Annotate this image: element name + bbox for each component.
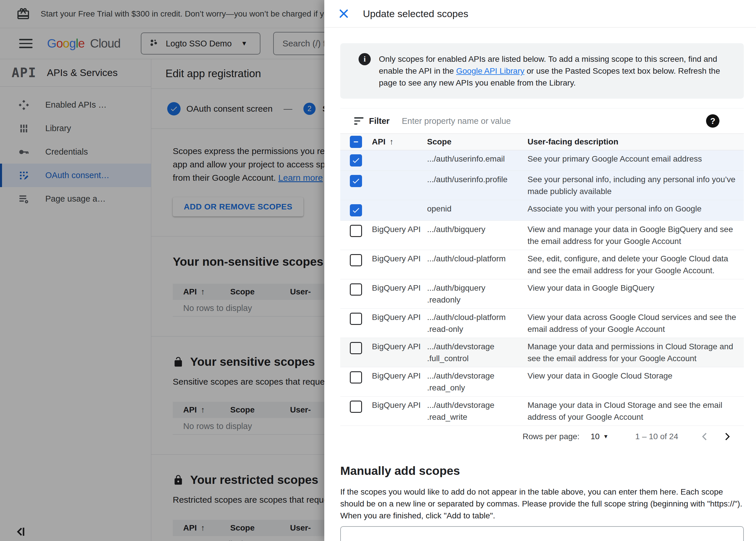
next-page-icon[interactable] <box>721 430 733 443</box>
scope-description-cell: Manage your data in Cloud Storage and se… <box>528 399 744 423</box>
rows-per-page-label: Rows per page: <box>523 432 579 441</box>
scope-cell: .../auth/userinfo.profile <box>427 174 528 185</box>
rows-per-page-caret-icon: ▼ <box>603 433 609 440</box>
select-all-checkbox[interactable] <box>350 136 362 148</box>
manually-add-scopes-title: Manually add scopes <box>340 464 744 478</box>
scope-row-checkbox[interactable] <box>350 225 362 237</box>
scope-table-row: BigQuery API.../auth/devstorage .read_wr… <box>340 396 744 426</box>
scope-api-cell: BigQuery API <box>372 311 427 323</box>
info-text: Only scopes for enabled APIs are listed … <box>379 53 733 89</box>
scope-api-cell: BigQuery API <box>372 282 427 294</box>
scope-row-checkbox[interactable] <box>350 283 362 295</box>
rows-per-page-select[interactable]: 10 ▼ <box>591 432 609 441</box>
scope-row-checkbox[interactable] <box>350 175 362 187</box>
filter-label: Filter <box>369 116 390 126</box>
scope-cell: .../auth/devstorage .full_control <box>427 340 528 364</box>
scope-table-row: .../auth/userinfo.profileSee your person… <box>340 171 744 200</box>
scope-description-cell: See your personal info, including any pe… <box>528 174 744 197</box>
scope-cell: .../auth/cloud-platform <box>427 253 528 265</box>
scope-row-checkbox[interactable] <box>350 154 362 167</box>
filter-bar: Filter ? <box>340 108 744 134</box>
manually-add-scopes-description: If the scopes you would like to add do n… <box>340 486 744 522</box>
scope-row-checkbox[interactable] <box>350 371 362 383</box>
scope-table-row: BigQuery API.../auth/bigqueryView and ma… <box>340 221 744 250</box>
scope-cell: .../auth/bigquery .readonly <box>427 282 528 306</box>
col-scope[interactable]: Scope <box>427 137 528 147</box>
previous-page-icon[interactable] <box>699 430 711 443</box>
scope-table-row: BigQuery API.../auth/cloud-platformSee, … <box>340 250 744 279</box>
scope-description-cell: View your data in Google BigQuery <box>528 282 744 294</box>
filter-icon <box>354 117 364 125</box>
pagination-bar: Rows per page: 10 ▼ 1 – 10 of 24 <box>340 426 744 447</box>
help-icon[interactable]: ? <box>706 114 719 128</box>
page-range: 1 – 10 of 24 <box>635 432 678 441</box>
info-banner: i Only scopes for enabled APIs are liste… <box>340 43 744 99</box>
update-selected-scopes-panel: Update selected scopes i Only scopes for… <box>324 0 756 541</box>
scope-description-cell: See, edit, configure, and delete your Go… <box>528 253 744 276</box>
scope-description-cell: View your data across Google Cloud servi… <box>528 311 744 335</box>
scope-api-cell: BigQuery API <box>372 340 427 352</box>
scope-row-checkbox[interactable] <box>350 254 362 266</box>
scope-description-cell: Associate you with your personal info on… <box>528 203 744 215</box>
manual-scopes-textarea[interactable] <box>340 526 744 541</box>
manually-add-scopes-section: Manually add scopes If the scopes you wo… <box>340 464 744 541</box>
google-api-library-link[interactable]: Google API Library <box>456 66 524 75</box>
panel-title: Update selected scopes <box>363 8 468 19</box>
scope-table-row: openidAssociate you with your personal i… <box>340 200 744 221</box>
scope-table-row: BigQuery API.../auth/devstorage .full_co… <box>340 338 744 367</box>
scope-api-cell: BigQuery API <box>372 223 427 235</box>
scope-table-row: BigQuery API.../auth/bigquery .readonlyV… <box>340 279 744 309</box>
scope-row-checkbox[interactable] <box>350 204 362 217</box>
scope-cell: .../auth/userinfo.email <box>427 153 528 165</box>
scope-cell: .../auth/devstorage .read_only <box>427 370 528 394</box>
scope-description-cell: View your data in Google Cloud Storage <box>528 370 744 382</box>
scope-description-cell: See your primary Google Account email ad… <box>528 153 744 165</box>
panel-header: Update selected scopes <box>324 0 756 28</box>
scope-table-body: .../auth/userinfo.emailSee your primary … <box>340 150 744 426</box>
sort-arrow-icon: ↑ <box>390 137 394 147</box>
filter-input[interactable] <box>401 116 744 126</box>
scope-row-checkbox[interactable] <box>350 313 362 325</box>
scope-row-checkbox[interactable] <box>350 342 362 354</box>
close-icon[interactable] <box>337 7 350 20</box>
scope-row-checkbox[interactable] <box>350 401 362 413</box>
scope-table-row: BigQuery API.../auth/devstorage .read_on… <box>340 367 744 396</box>
col-user-facing-description[interactable]: User-facing description <box>528 137 744 147</box>
scope-description-cell: View and manage your data in Google BigQ… <box>528 223 744 247</box>
scope-api-cell: BigQuery API <box>372 370 427 382</box>
scope-table-row: BigQuery API.../auth/cloud-platform .rea… <box>340 309 744 338</box>
scope-description-cell: Manage your data and permissions in Clou… <box>528 340 744 364</box>
scope-table-row: .../auth/userinfo.emailSee your primary … <box>340 150 744 171</box>
scope-cell: openid <box>427 203 528 215</box>
info-icon: i <box>359 53 371 65</box>
scope-cell: .../auth/bigquery <box>427 223 528 235</box>
scope-cell: .../auth/devstorage .read_write <box>427 399 528 423</box>
col-api[interactable]: API <box>372 137 386 147</box>
scope-cell: .../auth/cloud-platform .read-only <box>427 311 528 335</box>
scope-table-header: API↑ Scope User-facing description <box>340 134 744 150</box>
scope-api-cell: BigQuery API <box>372 253 427 265</box>
scope-api-cell: BigQuery API <box>372 399 427 411</box>
